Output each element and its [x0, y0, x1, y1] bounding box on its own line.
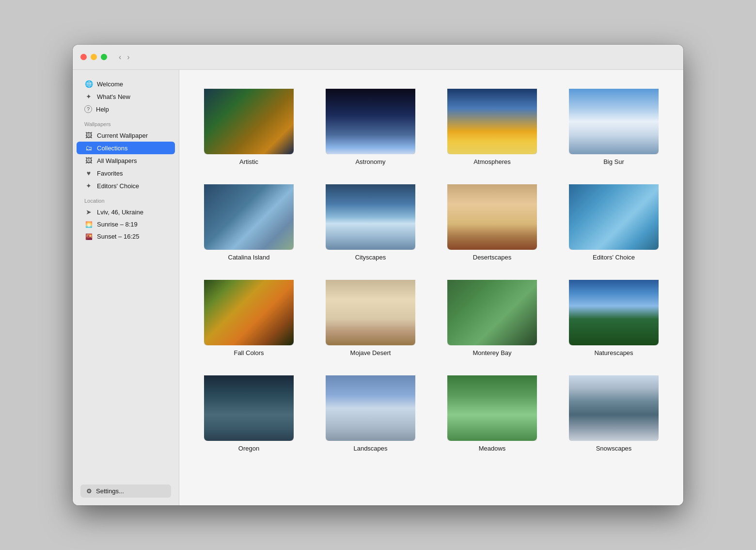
- sidebar-item-collections-label: Collections: [97, 145, 128, 152]
- sidebar-item-current-wallpaper-label: Current Wallpaper: [97, 132, 148, 139]
- app-window: ‹ › 🌐 Welcome ✦ What's New ? Help Wallpa…: [73, 45, 683, 505]
- collection-grid: Artistic Astronomy: [193, 81, 670, 452]
- editors-choice-icon: ✦: [84, 182, 93, 190]
- sidebar-item-location[interactable]: ➤ Lviv, 46, Ukraine: [77, 206, 175, 218]
- collection-item-atmospheres[interactable]: Atmospheres: [436, 81, 548, 165]
- sidebar-item-favorites[interactable]: ♥ Favorites: [77, 167, 175, 179]
- sunrise-icon: 🌅: [84, 221, 93, 228]
- folder-img-row4a: [204, 375, 294, 441]
- sidebar-item-collections[interactable]: 🗂 Collections: [77, 142, 175, 154]
- collection-label-desertscapes: Desertscapes: [473, 254, 511, 261]
- help-icon: ?: [84, 105, 92, 113]
- sidebar-item-whats-new[interactable]: ✦ What's New: [77, 90, 175, 103]
- folder-img-mojave-desert: [326, 280, 415, 345]
- sidebar-item-sunset[interactable]: 🌇 Sunset – 16:25: [77, 230, 175, 243]
- minimize-button[interactable]: [91, 54, 97, 60]
- folder-row4c: [447, 368, 537, 441]
- sunset-icon: 🌇: [84, 233, 93, 240]
- folder-img-naturescapes: [569, 280, 659, 345]
- folder-catalina-island: [204, 177, 294, 250]
- collection-item-naturescapes[interactable]: Naturescapes: [558, 273, 670, 356]
- collection-label-atmospheres: Atmospheres: [473, 158, 511, 165]
- folder-img-desertscapes: [447, 184, 537, 250]
- folder-desertscapes: [447, 177, 537, 250]
- folder-img-row4d: [569, 375, 659, 441]
- folder-big-sur: [569, 81, 659, 154]
- sidebar-item-editors-choice[interactable]: ✦ Editors' Choice: [77, 179, 175, 192]
- titlebar: ‹ ›: [73, 45, 683, 70]
- folder-img-big-sur: [569, 89, 659, 154]
- collection-item-astronomy[interactable]: Astronomy: [315, 81, 426, 165]
- close-button[interactable]: [80, 54, 87, 60]
- collection-label-editors-choice: Editors' Choice: [593, 254, 635, 261]
- main-content: 🌐 Welcome ✦ What's New ? Help Wallpapers…: [73, 70, 683, 505]
- collection-label-row4a: Oregon: [238, 445, 259, 452]
- folder-artistic: [204, 81, 294, 154]
- sidebar-spacer: [73, 243, 179, 481]
- collection-item-cityscapes[interactable]: Cityscapes: [315, 177, 426, 261]
- collection-item-mojave-desert[interactable]: Mojave Desert: [315, 273, 426, 356]
- sidebar-item-sunset-label: Sunset – 16:25: [97, 233, 139, 240]
- collections-icon: 🗂: [84, 144, 93, 152]
- sidebar-item-sunrise-label: Sunrise – 8:19: [97, 221, 138, 228]
- collection-label-artistic: Artistic: [239, 158, 258, 165]
- collection-item-monterey-bay[interactable]: Monterey Bay: [436, 273, 548, 356]
- collection-item-desertscapes[interactable]: Desertscapes: [436, 177, 548, 261]
- back-button[interactable]: ‹: [117, 52, 123, 63]
- sidebar-item-help[interactable]: ? Help: [77, 103, 175, 115]
- folder-row4b: [326, 368, 415, 441]
- current-wallpaper-icon: 🖼: [84, 131, 93, 139]
- forward-button[interactable]: ›: [125, 52, 131, 63]
- sidebar: 🌐 Welcome ✦ What's New ? Help Wallpapers…: [73, 70, 179, 505]
- section-wallpapers: Wallpapers: [73, 115, 179, 129]
- folder-img-atmospheres: [447, 89, 537, 154]
- folder-img-monterey-bay: [447, 280, 537, 345]
- collection-label-fall-colors: Fall Colors: [234, 349, 264, 356]
- favorites-icon: ♥: [84, 169, 93, 177]
- folder-img-row4c: [447, 375, 537, 441]
- folder-img-artistic: [204, 89, 294, 154]
- collection-item-row4a[interactable]: Oregon: [193, 368, 305, 452]
- sidebar-item-location-label: Lviv, 46, Ukraine: [97, 209, 143, 216]
- navigation-arrows: ‹ ›: [117, 52, 132, 63]
- sidebar-item-favorites-label: Favorites: [97, 170, 123, 177]
- settings-icon: ⚙: [86, 487, 92, 495]
- folder-row4a: [204, 368, 294, 441]
- sidebar-item-current-wallpaper[interactable]: 🖼 Current Wallpaper: [77, 129, 175, 142]
- collection-item-editors-choice[interactable]: Editors' Choice: [558, 177, 670, 261]
- folder-naturescapes: [569, 273, 659, 345]
- collection-label-row4c: Meadows: [479, 445, 506, 452]
- collection-item-big-sur[interactable]: Big Sur: [558, 81, 670, 165]
- collection-item-row4b[interactable]: Landscapes: [315, 368, 426, 452]
- folder-cityscapes: [326, 177, 415, 250]
- collection-item-row4d[interactable]: Snowscapes: [558, 368, 670, 452]
- collection-item-row4c[interactable]: Meadows: [436, 368, 548, 452]
- collection-label-naturescapes: Naturescapes: [594, 349, 633, 356]
- folder-editors-choice: [569, 177, 659, 250]
- sidebar-item-all-wallpapers[interactable]: 🖼 All Wallpapers: [77, 154, 175, 167]
- collection-item-fall-colors[interactable]: Fall Colors: [193, 273, 305, 356]
- collection-label-monterey-bay: Monterey Bay: [472, 349, 511, 356]
- location-icon: ➤: [84, 208, 93, 216]
- globe-icon: 🌐: [84, 80, 93, 88]
- sidebar-item-welcome-label: Welcome: [97, 81, 123, 88]
- all-wallpapers-icon: 🖼: [84, 157, 93, 164]
- folder-img-catalina-island: [204, 184, 294, 250]
- grid-area: Artistic Astronomy: [179, 70, 683, 505]
- settings-label: Settings...: [96, 487, 124, 495]
- folder-astronomy: [326, 81, 415, 154]
- settings-button[interactable]: ⚙ Settings...: [80, 485, 171, 498]
- folder-img-editors-choice: [569, 184, 659, 250]
- section-location: Location: [73, 192, 179, 206]
- sidebar-item-sunrise[interactable]: 🌅 Sunrise – 8:19: [77, 218, 175, 230]
- collection-item-catalina-island[interactable]: Catalina Island: [193, 177, 305, 261]
- sidebar-item-editors-choice-label: Editors' Choice: [97, 182, 139, 190]
- sidebar-item-welcome[interactable]: 🌐 Welcome: [77, 78, 175, 90]
- collection-label-big-sur: Big Sur: [603, 158, 624, 165]
- folder-img-cityscapes: [326, 184, 415, 250]
- sidebar-item-all-wallpapers-label: All Wallpapers: [97, 157, 137, 164]
- collection-item-artistic[interactable]: Artistic: [193, 81, 305, 165]
- collection-label-cityscapes: Cityscapes: [355, 254, 386, 261]
- collection-label-row4b: Landscapes: [353, 445, 387, 452]
- maximize-button[interactable]: [101, 54, 107, 60]
